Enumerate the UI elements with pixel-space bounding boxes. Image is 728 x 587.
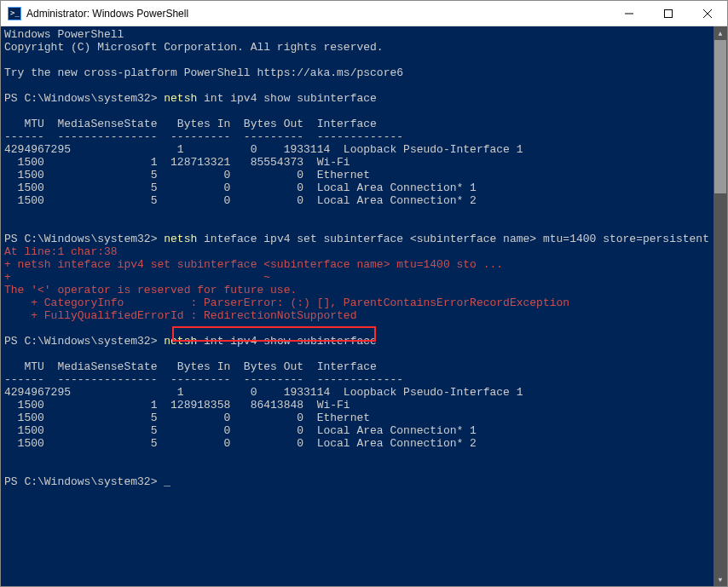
cursor: _ <box>164 475 170 488</box>
scrollbar-vertical[interactable]: ▲ ▼ <box>714 26 727 586</box>
table-row: 4294967295 1 0 1933114 Loopback Pseudo-I… <box>4 143 523 156</box>
window-controls <box>610 1 727 26</box>
table-divider: ------ --------------- --------- -------… <box>4 130 403 143</box>
error-line: + netsh inteface ipv4 set subinterface <… <box>4 258 503 271</box>
scrollbar-thumb[interactable] <box>714 40 726 193</box>
table-row: 1500 5 0 0 Local Area Connection* 1 <box>4 181 477 194</box>
table-row: 1500 5 0 0 Local Area Connection* 2 <box>4 437 477 450</box>
command-args: inteface ipv4 set subinterface <subinter… <box>197 233 709 245</box>
scroll-up-icon[interactable]: ▲ <box>714 26 727 40</box>
table-divider: ------ --------------- --------- -------… <box>4 373 403 386</box>
prompt: PS C:\Windows\system32> <box>4 475 157 488</box>
close-button[interactable] <box>688 1 727 26</box>
table-row: 1500 5 0 0 Ethernet <box>4 411 370 424</box>
powershell-icon <box>8 7 21 20</box>
table-header: MTU MediaSenseState Bytes In Bytes Out I… <box>4 118 377 130</box>
error-line: The '<' operator is reserved for future … <box>4 284 297 296</box>
table-row: 1500 5 0 0 Local Area Connection* 2 <box>4 194 477 207</box>
svg-rect-1 <box>665 9 673 17</box>
terminal-area[interactable]: Windows PowerShell Copyright (C) Microso… <box>1 26 727 586</box>
minimize-icon <box>625 9 633 18</box>
maximize-button[interactable] <box>649 1 688 26</box>
banner-line: Copyright (C) Microsoft Corporation. All… <box>4 41 384 54</box>
table-header: MTU MediaSenseState Bytes In Bytes Out I… <box>4 360 377 373</box>
table-row: 1500 1 128918358 86413848 Wi-Fi <box>4 399 350 411</box>
table-row: 1500 5 0 0 Local Area Connection* 1 <box>4 424 477 437</box>
table-row: 4294967295 1 0 1933114 Loopback Pseudo-I… <box>4 386 523 399</box>
command-args: int ipv4 show subinterface <box>197 92 377 105</box>
table-row: 1500 5 0 0 Ethernet <box>4 169 370 181</box>
minimize-button[interactable] <box>610 1 649 26</box>
maximize-icon <box>664 9 673 18</box>
scroll-down-icon[interactable]: ▼ <box>714 573 727 586</box>
error-line: + CategoryInfo : ParserError: (:) [], Pa… <box>4 296 569 309</box>
error-line: + FullyQualifiedErrorId : RedirectionNot… <box>4 309 356 322</box>
banner-line: Windows PowerShell <box>4 28 124 41</box>
window-title: Administrator: Windows PowerShell <box>26 8 610 20</box>
command-token: netsh <box>164 92 197 105</box>
error-line: At line:1 char:38 <box>4 245 118 258</box>
command-token: netsh <box>164 233 197 245</box>
error-line: + ~ <box>4 271 270 284</box>
banner-line: Try the new cross-platform PowerShell ht… <box>4 66 403 79</box>
prompt: PS C:\Windows\system32> <box>4 92 157 105</box>
command-args: int ipv4 show subinterface <box>197 335 377 348</box>
prompt: PS C:\Windows\system32> <box>4 335 157 348</box>
prompt: PS C:\Windows\system32> <box>4 233 157 245</box>
titlebar[interactable]: Administrator: Windows PowerShell <box>1 1 727 26</box>
powershell-window: Administrator: Windows PowerShell Window… <box>0 0 728 587</box>
table-row: 1500 1 128713321 85554373 Wi-Fi <box>4 156 350 169</box>
close-icon <box>703 9 712 18</box>
command-token: netsh <box>164 335 197 348</box>
terminal-output: Windows PowerShell Copyright (C) Microso… <box>4 28 727 488</box>
